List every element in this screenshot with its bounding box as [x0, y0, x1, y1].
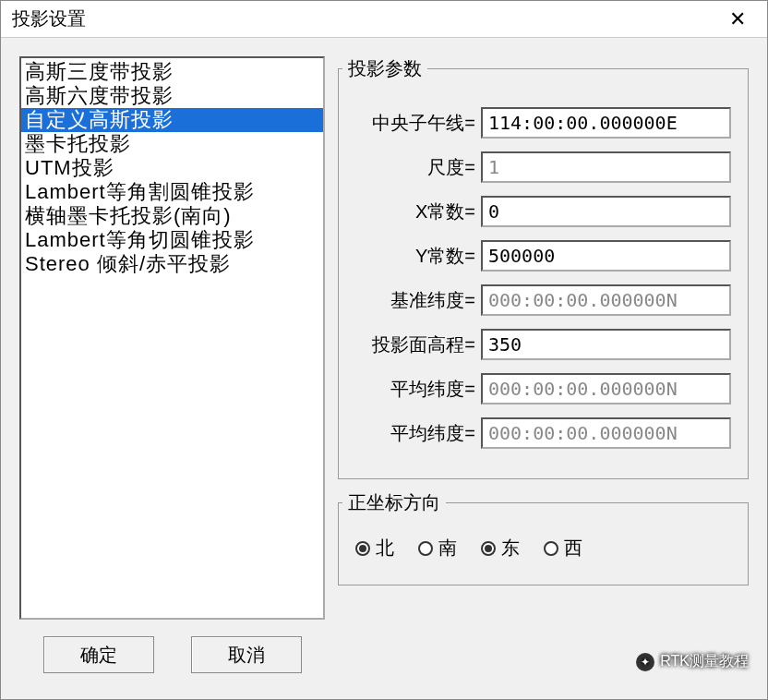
- list-item[interactable]: Lambert等角割圆锥投影: [21, 180, 323, 204]
- radio-option[interactable]: 西: [544, 536, 582, 561]
- radio-icon: [418, 541, 433, 556]
- list-item[interactable]: 横轴墨卡托投影(南向): [21, 204, 323, 228]
- param-row: X常数=: [342, 196, 731, 227]
- list-item[interactable]: Lambert等角切圆锥投影: [21, 228, 323, 252]
- params-legend: 投影参数: [342, 56, 427, 81]
- param-input: [481, 373, 731, 404]
- direction-legend: 正坐标方向: [342, 490, 446, 515]
- list-item[interactable]: 高斯三度带投影: [21, 60, 323, 84]
- ok-button[interactable]: 确定: [43, 636, 154, 673]
- button-row: 确定 取消: [19, 636, 325, 681]
- param-row: 平均纬度=: [342, 417, 731, 449]
- param-label: 尺度=: [342, 155, 481, 180]
- param-row: 尺度=: [342, 151, 731, 183]
- param-row: 平均纬度=: [342, 373, 731, 404]
- param-label: 投影面高程=: [342, 332, 481, 357]
- window-title: 投影设置: [12, 6, 719, 31]
- right-panel: 投影参数 中央子午线=尺度=X常数=Y常数=基准纬度=投影面高程=平均纬度=平均…: [338, 56, 749, 681]
- param-input: [481, 284, 731, 316]
- param-label: Y常数=: [342, 244, 481, 269]
- radio-label: 南: [438, 536, 457, 561]
- radio-label: 北: [376, 536, 394, 561]
- radio-option[interactable]: 南: [418, 536, 457, 561]
- param-row: 基准纬度=: [342, 284, 731, 316]
- radio-icon: [481, 541, 496, 556]
- param-label: 中央子午线=: [342, 111, 481, 136]
- cancel-button[interactable]: 取消: [191, 636, 302, 673]
- left-panel: 高斯三度带投影高斯六度带投影自定义高斯投影墨卡托投影UTM投影Lambert等角…: [19, 56, 325, 681]
- radio-option[interactable]: 东: [481, 536, 520, 561]
- radio-icon: [355, 541, 370, 556]
- param-row: 中央子午线=: [342, 107, 731, 139]
- direction-fieldset: 正坐标方向 北南东西: [338, 490, 749, 585]
- list-item[interactable]: Stereo 倾斜/赤平投影: [21, 252, 323, 276]
- param-input[interactable]: [481, 196, 731, 227]
- param-label: 基准纬度=: [342, 288, 481, 313]
- list-item[interactable]: 自定义高斯投影: [21, 108, 323, 132]
- radio-icon: [544, 541, 558, 556]
- param-input[interactable]: [481, 240, 731, 272]
- radio-option[interactable]: 北: [355, 536, 394, 561]
- param-label: 平均纬度=: [342, 377, 481, 402]
- param-label: X常数=: [342, 199, 481, 224]
- param-input: [481, 417, 731, 449]
- param-input[interactable]: [481, 329, 731, 360]
- radio-label: 西: [564, 536, 582, 561]
- titlebar: 投影设置 ✕: [1, 1, 767, 38]
- param-input[interactable]: [481, 107, 731, 139]
- radio-label: 东: [501, 536, 520, 561]
- projection-listbox[interactable]: 高斯三度带投影高斯六度带投影自定义高斯投影墨卡托投影UTM投影Lambert等角…: [19, 56, 325, 620]
- params-fieldset: 投影参数 中央子午线=尺度=X常数=Y常数=基准纬度=投影面高程=平均纬度=平均…: [338, 56, 749, 479]
- param-label: 平均纬度=: [342, 421, 481, 446]
- param-input: [481, 151, 731, 183]
- list-item[interactable]: 墨卡托投影: [21, 132, 323, 156]
- list-item[interactable]: UTM投影: [21, 156, 323, 180]
- close-icon[interactable]: ✕: [719, 1, 756, 38]
- list-item[interactable]: 高斯六度带投影: [21, 84, 323, 108]
- param-row: Y常数=: [342, 240, 731, 272]
- param-row: 投影面高程=: [342, 329, 731, 360]
- content-area: 高斯三度带投影高斯六度带投影自定义高斯投影墨卡托投影UTM投影Lambert等角…: [1, 38, 767, 699]
- dialog-window: 投影设置 ✕ 高斯三度带投影高斯六度带投影自定义高斯投影墨卡托投影UTM投影La…: [0, 0, 768, 700]
